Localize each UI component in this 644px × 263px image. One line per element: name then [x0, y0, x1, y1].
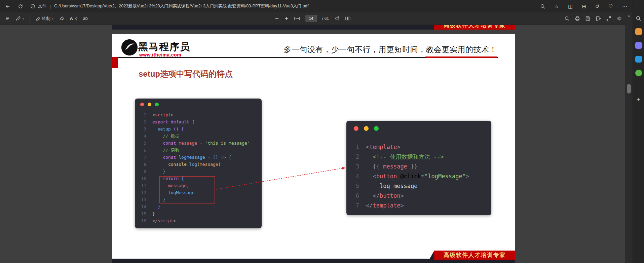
zoom-in-button[interactable]: + [284, 15, 289, 22]
chevron-down-icon: ∨ [52, 17, 54, 20]
history-icon[interactable]: ↺ [595, 3, 600, 9]
ribbon-current-page: 高级软件人才培训专家 [434, 251, 515, 260]
previous-page-edge: 高级软件人才培训专家 [112, 25, 515, 30]
code-line: 4 <button @click="logMessage"> [349, 172, 491, 181]
code-window-script: 1<script>2export default {3 setup () {4 … [135, 99, 262, 228]
eraser-button[interactable] [56, 14, 67, 23]
code-line: 8 console.log(message) [136, 161, 262, 168]
code-line: 14 } [136, 203, 262, 210]
file-label: 文件 [38, 3, 46, 9]
sidebar-search-icon[interactable] [636, 15, 641, 21]
toc-button[interactable] [2, 14, 13, 23]
slogan-text: 多一句没有，少一句不行，用更短时间，教会更实用的技术！ [284, 44, 497, 55]
save-icon[interactable] [585, 16, 591, 21]
sidebar-app-purple-icon[interactable] [635, 42, 642, 49]
brand-website: www.itheima.com [139, 52, 181, 58]
add-sidebar-item-icon[interactable]: + [637, 96, 640, 103]
read-aloud-icon: A [70, 16, 73, 21]
browser-top-bar: 文件 | C:/Users/wsm17/Desktop/Vue/2、2023新版… [0, 0, 633, 12]
page-number-input[interactable] [305, 15, 317, 22]
code-line: 16</script> [136, 217, 262, 224]
code-line: 3 {{ message }} [349, 162, 491, 172]
code-line: 7 const logMessage = () => { [136, 154, 262, 161]
read-aloud-button[interactable]: A [67, 14, 80, 23]
split-screen-icon[interactable]: ◫ [568, 3, 573, 9]
refresh-button[interactable] [15, 2, 26, 11]
rotate-icon[interactable] [334, 16, 340, 21]
code-block-script: 1<script>2export default {3 setup () {4 … [135, 110, 262, 224]
toolbar-divider [30, 15, 30, 22]
window-maximize-dot-icon [155, 103, 159, 106]
ribbon-previous-page: 高级软件人才培训专家 [434, 25, 515, 30]
code-line: 1<script> [136, 111, 262, 118]
chevron-down-icon: ∨ [22, 17, 24, 20]
code-line: 2export default { [136, 118, 262, 125]
favorites-star-icon[interactable]: ☆ [555, 3, 559, 9]
eraser-icon [59, 16, 65, 21]
collections-icon[interactable]: ⊞ [582, 3, 586, 9]
code-line: 1<template> [349, 142, 491, 152]
pen-icon [15, 16, 21, 21]
zoom-out-button[interactable]: − [275, 15, 279, 22]
code-line: 3 setup () { [136, 125, 262, 133]
browser-essentials-icon[interactable]: ♡ [609, 3, 613, 9]
left-red-tab [112, 57, 118, 68]
print-icon[interactable] [575, 16, 580, 21]
scrollbar-track[interactable]: ∧ [625, 12, 633, 263]
return-highlight-box [159, 176, 215, 203]
sidebar-app-teal-icon[interactable] [635, 56, 642, 63]
code-line: 9 } [136, 168, 262, 175]
code-line: 6 // 函数 [136, 147, 262, 154]
info-icon[interactable] [30, 4, 35, 9]
edge-sidebar: + [633, 0, 644, 263]
code-line: 4 // 数据 [136, 133, 262, 140]
pen-tool-button[interactable]: ∨ [13, 14, 27, 23]
scrollbar-thumb[interactable] [627, 84, 631, 93]
page-layout-icon[interactable] [345, 16, 350, 21]
draw-label: 绘制 [42, 16, 50, 22]
code-line: 7</template> [349, 201, 491, 211]
search-document-icon[interactable] [564, 16, 570, 21]
window-minimize-dot-icon [148, 103, 151, 106]
save-as-icon[interactable] [596, 16, 601, 21]
window-minimize-dot-icon [364, 126, 369, 131]
code-line: 5 const message = 'this is message' [136, 140, 262, 147]
refresh-icon [18, 4, 23, 9]
window-title-bar [135, 99, 262, 110]
address-bar[interactable]: 文件 | C:/Users/wsm17/Desktop/Vue/2、2023新版… [30, 3, 308, 9]
window-maximize-dot-icon [374, 126, 379, 131]
code-line: 6 </button> [349, 191, 491, 201]
itheima-logo-icon [121, 39, 138, 55]
scrollbar-up-button[interactable]: ∧ [625, 12, 633, 19]
code-block-template: 1<template>2 <!-- 使用数据和方法 -->3 {{ messag… [346, 136, 491, 211]
window-close-dot-icon [140, 103, 144, 106]
sidebar-app-office-icon[interactable] [635, 28, 642, 35]
address-separator: | [50, 4, 51, 9]
window-title-bar [346, 121, 491, 136]
pdf-viewer-area[interactable]: 高级软件人才培训专家 黑马程序员 www.itheima.com 多一句没有，少… [0, 25, 625, 263]
code-line: 5 log message [349, 181, 491, 191]
fullscreen-icon[interactable] [606, 16, 611, 21]
draw-button[interactable]: 绘制 ∨ [33, 14, 56, 23]
back-arrow-icon [5, 4, 10, 9]
table-of-contents-icon [5, 16, 10, 21]
sidebar-app-green-icon[interactable] [635, 70, 642, 76]
fit-to-width-icon[interactable] [294, 16, 300, 21]
code-line: 2 <!-- 使用数据和方法 --> [349, 152, 491, 162]
code-line: 15} [136, 210, 262, 217]
search-icon[interactable] [540, 4, 545, 9]
window-close-dot-icon [354, 126, 358, 131]
code-window-template: 1<template>2 <!-- 使用数据和方法 -->3 {{ messag… [346, 121, 491, 215]
more-menu-icon[interactable]: ⋯ [622, 3, 627, 9]
pdf-toolbar: ∨ 绘制 ∨ A ab − + / 61 [0, 12, 625, 25]
slide-title: setup选项中写代码的特点 [139, 69, 233, 79]
slogan-red-underline [425, 57, 497, 58]
back-button[interactable] [3, 2, 13, 11]
pdf-page: 黑马程序员 www.itheima.com 多一句没有，少一句不行，用更短时间，… [112, 34, 515, 263]
text-tool-icon: ab [83, 16, 88, 21]
settings-gear-icon[interactable] [616, 16, 622, 21]
text-tool-button[interactable]: ab [80, 14, 90, 23]
brand-name: 黑马程序员 [138, 40, 190, 54]
address-path[interactable]: C:/Users/wsm17/Desktop/Vue/2、2023新版Vue2+… [54, 3, 308, 9]
sound-waves-icon [74, 16, 78, 21]
